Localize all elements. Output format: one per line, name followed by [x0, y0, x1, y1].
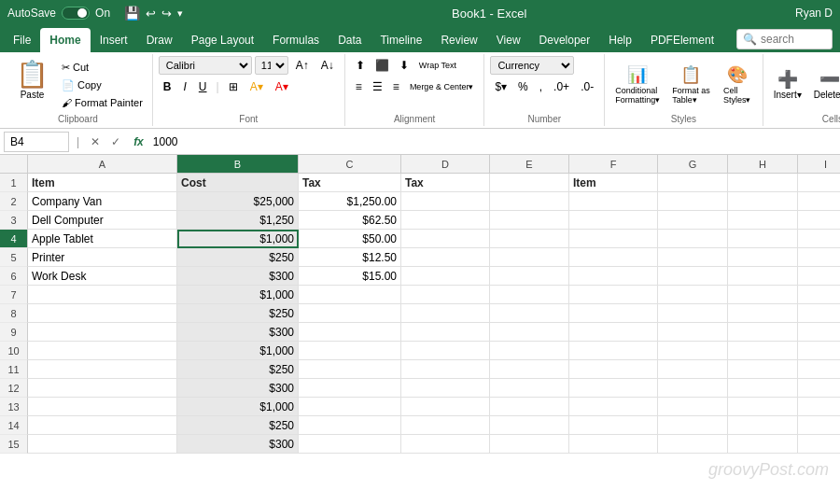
delete-button[interactable]: ➖ Delete▾: [809, 66, 840, 103]
underline-button[interactable]: U: [194, 77, 212, 96]
cell-e7[interactable]: [490, 286, 569, 304]
increase-font-button[interactable]: A↑: [291, 56, 314, 75]
row-number[interactable]: 13: [0, 398, 28, 416]
col-header-i[interactable]: I: [798, 155, 840, 173]
cell-a12[interactable]: [28, 379, 177, 398]
formula-input[interactable]: [153, 135, 836, 148]
cell-b13[interactable]: $1,000: [177, 398, 299, 416]
font-color-button[interactable]: A▾: [271, 77, 293, 96]
cell-c6[interactable]: $15.00: [299, 267, 401, 286]
cell-a10[interactable]: [28, 342, 177, 360]
cell-i11[interactable]: [798, 360, 840, 379]
cell-f13[interactable]: [569, 398, 658, 416]
cell-g7[interactable]: [658, 286, 728, 304]
cell-g6[interactable]: [658, 267, 728, 286]
align-bottom-button[interactable]: ⬇: [395, 56, 413, 75]
cell-b7[interactable]: $1,000: [177, 286, 299, 304]
cell-b12[interactable]: $300: [177, 379, 299, 398]
col-header-f[interactable]: F: [569, 155, 658, 173]
cell-g14[interactable]: [658, 416, 728, 435]
cell-a6[interactable]: Work Desk: [28, 267, 177, 286]
cell-a5[interactable]: Printer: [28, 248, 177, 267]
cell-a3[interactable]: Dell Computer: [28, 211, 177, 230]
cell-b4[interactable]: $1,000: [177, 230, 299, 248]
cell-i13[interactable]: [798, 398, 840, 416]
paste-button[interactable]: 📋 Paste: [9, 56, 55, 103]
search-input[interactable]: [761, 33, 826, 46]
cell-g12[interactable]: [658, 379, 728, 398]
cell-i10[interactable]: [798, 342, 840, 360]
cell-h12[interactable]: [728, 379, 798, 398]
cell-g5[interactable]: [658, 248, 728, 267]
cell-a2[interactable]: Company Van: [28, 192, 177, 211]
font-size-select[interactable]: 11: [255, 56, 288, 75]
cell-c7[interactable]: [299, 286, 401, 304]
cell-c1[interactable]: Tax: [299, 174, 401, 192]
comma-button[interactable]: ,: [535, 77, 547, 96]
cell-f3[interactable]: [569, 211, 658, 230]
cell-e13[interactable]: [490, 398, 569, 416]
cell-e9[interactable]: [490, 323, 569, 342]
cell-e4[interactable]: [490, 230, 569, 248]
cell-i14[interactable]: [798, 416, 840, 435]
cell-a4[interactable]: Apple Tablet: [28, 230, 177, 248]
row-number[interactable]: 9: [0, 323, 28, 342]
cell-d12[interactable]: [401, 379, 490, 398]
conditional-formatting-button[interactable]: 📊 ConditionalFormatting▾: [610, 62, 665, 107]
cell-c10[interactable]: [299, 342, 401, 360]
cell-a13[interactable]: [28, 398, 177, 416]
cell-e14[interactable]: [490, 416, 569, 435]
cell-b1[interactable]: Cost: [177, 174, 299, 192]
fill-color-button[interactable]: A▾: [245, 77, 268, 96]
insert-button[interactable]: ➕ Insert▾: [769, 66, 806, 103]
tab-home[interactable]: Home: [40, 28, 90, 52]
col-header-d[interactable]: D: [401, 155, 490, 173]
cell-g13[interactable]: [658, 398, 728, 416]
cell-c3[interactable]: $62.50: [299, 211, 401, 230]
col-header-a[interactable]: A: [28, 155, 177, 173]
cell-b9[interactable]: $300: [177, 323, 299, 342]
cell-d3[interactable]: [401, 211, 490, 230]
cell-d4[interactable]: [401, 230, 490, 248]
col-header-g[interactable]: G: [658, 155, 728, 173]
align-top-button[interactable]: ⬆: [351, 56, 370, 75]
number-format-select[interactable]: Currency General Number Percentage: [490, 56, 574, 75]
align-right-button[interactable]: ≡: [388, 77, 404, 96]
cell-i15[interactable]: [798, 435, 840, 454]
font-name-select[interactable]: Calibri: [159, 56, 252, 75]
tab-page-layout[interactable]: Page Layout: [182, 28, 263, 52]
tab-developer[interactable]: Developer: [530, 28, 600, 52]
more-icon[interactable]: ▾: [177, 7, 183, 20]
cell-i3[interactable]: [798, 211, 840, 230]
cell-h2[interactable]: [728, 192, 798, 211]
percent-button[interactable]: %: [513, 77, 533, 96]
cell-g15[interactable]: [658, 435, 728, 454]
cell-a1[interactable]: Item: [28, 174, 177, 192]
cell-b10[interactable]: $1,000: [177, 342, 299, 360]
search-box[interactable]: 🔍: [736, 29, 833, 49]
cell-a7[interactable]: [28, 286, 177, 304]
cell-e11[interactable]: [490, 360, 569, 379]
cell-e8[interactable]: [490, 304, 569, 323]
col-header-c[interactable]: C: [299, 155, 401, 173]
function-icon[interactable]: fx: [128, 135, 149, 148]
cell-c15[interactable]: [299, 435, 401, 454]
cell-i12[interactable]: [798, 379, 840, 398]
wrap-text-button[interactable]: Wrap Text: [414, 56, 461, 75]
cell-g8[interactable]: [658, 304, 728, 323]
cell-b3[interactable]: $1,250: [177, 211, 299, 230]
cell-styles-button[interactable]: 🎨 CellStyles▾: [718, 62, 757, 107]
format-as-table-button[interactable]: 📋 Format asTable▾: [667, 62, 715, 107]
row-number[interactable]: 5: [0, 248, 28, 267]
row-number[interactable]: 1: [0, 174, 28, 192]
row-number[interactable]: 3: [0, 211, 28, 230]
cell-i2[interactable]: [798, 192, 840, 211]
cell-d2[interactable]: [401, 192, 490, 211]
format-painter-button[interactable]: 🖌 Format Painter: [58, 95, 147, 110]
row-number[interactable]: 11: [0, 360, 28, 379]
decrease-font-button[interactable]: A↓: [316, 56, 339, 75]
cell-c13[interactable]: [299, 398, 401, 416]
confirm-formula-button[interactable]: ✓: [107, 133, 124, 150]
cell-f6[interactable]: [569, 267, 658, 286]
cell-i8[interactable]: [798, 304, 840, 323]
